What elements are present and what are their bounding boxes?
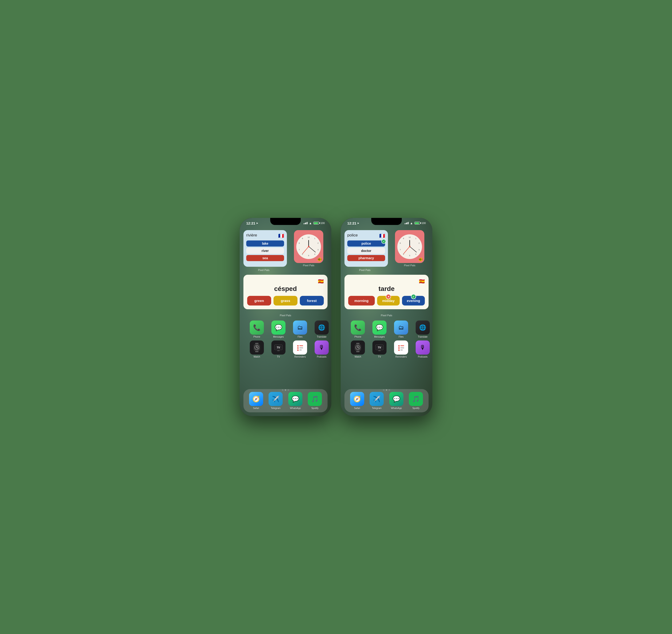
app-phone-icon-right[interactable]: 📞 [351,320,365,335]
vocab-large-opt-grass[interactable]: grass [274,296,298,306]
app-tv-label-right: TV [378,356,381,358]
clock-widget-left[interactable]: 12 1 2 3 4 5 6 7 8 9 [294,230,323,263]
messages-glyph: 💬 [275,324,282,331]
translate-glyph: 🌐 [318,324,325,331]
vocab-opt-sea[interactable]: sea [246,255,284,261]
app-reminders-icon-left[interactable] [293,340,307,355]
clock-face-right: 12 1 2 3 4 5 6 7 8 9 [397,234,422,259]
vocab-opt-lake[interactable]: lake [246,240,284,247]
clock-num-7-r: 7 [400,248,401,250]
reminders-svg-r [397,343,405,352]
app-phone-right[interactable]: 📞 Phone [348,320,368,338]
status-icons-right: ▲ 100 [404,221,426,225]
dock-spotify-icon-left[interactable]: 🎵 [308,392,322,406]
vocab-opt-doctor[interactable]: doctor [347,248,385,254]
app-files-icon-left[interactable]: 🗂 [293,320,307,335]
dock-safari-icon-right[interactable]: 🧭 [350,392,364,406]
app-translate-right[interactable]: 🌐 Translate [413,320,432,338]
app-reminders-label-right: Reminders [395,356,407,358]
app-translate-icon-right[interactable]: 🌐 [416,320,430,335]
dock-safari-right[interactable]: 🧭 Safari [350,392,364,410]
whatsapp-glyph-r: 💬 [393,395,400,403]
app-tv-right[interactable]: TV TV [370,340,389,358]
app-podcasts-right[interactable]: 🎙 Podcasts [413,340,432,358]
vocab-header-left: rivière 🇫🇷 [246,233,284,239]
clock-num-8-r: 8 [400,242,401,244]
app-watch-icon-right[interactable] [351,340,365,355]
app-phone-left[interactable]: 📞 Phone [247,320,267,338]
phone-glyph: 📞 [253,324,260,331]
svg-rect-0 [255,343,258,344]
dock-spotify-right[interactable]: 🎵 Spotify [409,392,423,410]
clock-num-12-r: 12 [409,236,411,238]
app-translate-icon-left[interactable]: 🌐 [315,320,329,335]
dock-whatsapp-icon-right[interactable]: 💬 [389,392,403,406]
dock-whatsapp-left[interactable]: 💬 WhatsApp [288,392,302,410]
app-messages-icon-right[interactable]: 💬 [372,320,387,335]
dock-safari-label-right: Safari [354,407,360,410]
app-reminders-left[interactable]: Reminders [291,340,310,358]
app-watch-right[interactable]: Watch [348,340,368,358]
dock-whatsapp-right[interactable]: 💬 WhatsApp [389,392,403,410]
app-tv-left[interactable]: TV TV [269,340,288,358]
app-messages-icon-left[interactable]: 💬 [271,320,285,335]
dock-telegram-left[interactable]: ✈️ Telegram [269,392,283,410]
svg-rect-33 [400,350,403,350]
minute-hand-left [308,246,316,252]
vocab-large-opt-green[interactable]: green [247,296,271,306]
phone-left: 12:21 ➤ ▲ 100 [240,218,331,416]
dock-telegram-label-right: Telegram [372,407,381,410]
vocab-widget-large-left[interactable]: 🇪🇸 césped green grass forest [244,275,327,309]
app-podcasts-icon-right[interactable]: 🎙 [416,340,430,355]
dock-safari-left[interactable]: 🧭 Safari [249,392,263,410]
app-reminders-icon-right[interactable] [394,340,408,355]
clock-widget-right[interactable]: 12 1 2 3 4 5 6 7 8 9 [395,230,424,263]
app-files-right[interactable]: 🗂 Files [391,320,411,338]
phone-left-screen: 12:21 ➤ ▲ 100 [240,218,331,416]
app-tv-icon-left[interactable]: TV [271,340,285,355]
vocab-widget-right-top[interactable]: police 🇫🇷 police ✓ doctor pharmacy [345,230,388,267]
svg-rect-29 [400,345,404,346]
app-watch-left[interactable]: Watch [247,340,267,358]
svg-text:TV: TV [378,346,381,349]
vocab-widget-large-right[interactable]: 🇪🇸 tarde morning midday ✕ evening ✓ [345,275,428,309]
app-phone-icon-left[interactable]: 📞 [250,320,264,335]
app-files-left[interactable]: 🗂 Files [291,320,310,338]
app-podcasts-icon-left[interactable]: 🎙 [315,340,329,355]
dock-telegram-icon-left[interactable]: ✈️ [269,392,283,406]
signal-bars-left [304,222,307,224]
dock-telegram-icon-right[interactable]: ✈️ [370,392,384,406]
vocab-opt-police[interactable]: police [347,240,385,247]
battery-label-right: 100 [421,222,426,224]
app-watch-icon-left[interactable] [250,340,264,355]
app-reminders-right[interactable]: Reminders [391,340,411,358]
files-glyph-r: 🗂 [398,324,404,331]
dock-safari-icon-left[interactable]: 🧭 [249,392,263,406]
app-translate-left[interactable]: 🌐 Translate [312,320,331,338]
dock-telegram-right[interactable]: ✈️ Telegram [370,392,384,410]
dock-spotify-icon-right[interactable]: 🎵 [409,392,423,406]
svg-rect-31 [400,347,404,348]
app-podcasts-left[interactable]: 🎙 Podcasts [312,340,331,358]
vocab-large-opt-morning[interactable]: morning [348,296,375,306]
app-messages-right[interactable]: 💬 Messages [370,320,389,338]
pixel-pal-icon-clock-right: 🐠 [418,257,423,262]
svg-rect-26 [378,350,381,351]
dock-whatsapp-icon-left[interactable]: 💬 [288,392,302,406]
vocab-large-header-left: 🇪🇸 [247,278,324,284]
midday-wrapper: midday ✕ [377,296,400,306]
app-files-icon-right[interactable]: 🗂 [394,320,408,335]
vocab-header-right: police 🇫🇷 [347,233,385,239]
dock-spotify-left[interactable]: 🎵 Spotify [308,392,322,410]
notch-left [270,218,301,225]
app-podcasts-label-left: Podcasts [317,356,326,358]
app-messages-left[interactable]: 💬 Messages [269,320,288,338]
dock-whatsapp-label-left: WhatsApp [290,407,301,410]
battery-icon-right [415,222,420,224]
vocab-widget-left-top[interactable]: rivière 🇫🇷 lake river sea [244,230,287,267]
vocab-large-opt-forest[interactable]: forest [300,296,324,306]
app-tv-icon-right[interactable]: TV [372,340,387,355]
vocab-opt-river[interactable]: river [246,248,284,254]
tv-svg-r: TV [375,344,384,351]
vocab-opt-pharmacy[interactable]: pharmacy [347,255,385,261]
